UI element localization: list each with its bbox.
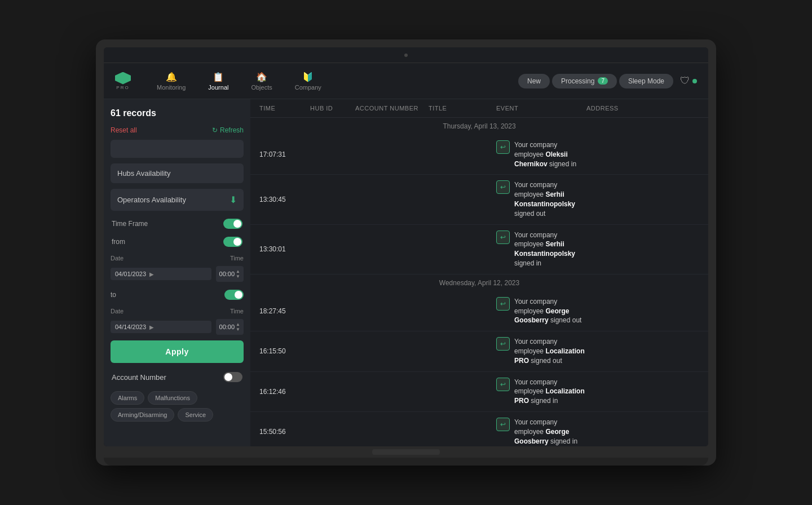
from-date-input[interactable]: 04/01/2023 ▶ — [111, 268, 211, 280]
filter-tags: Alarms Malfunctions Arming/Disarming Ser… — [111, 391, 244, 422]
nav-item-company[interactable]: 🔰 Company — [286, 68, 330, 94]
camera-dot — [404, 54, 408, 57]
operators-availability-section[interactable]: Operators Availability ⬇ — [111, 189, 244, 211]
table-header: Time Hub ID Account Number Title Event A… — [250, 99, 708, 118]
search-bar[interactable] — [111, 140, 244, 158]
refresh-label: Refresh — [220, 126, 244, 134]
sidebar: 61 records Reset all ↻ Refresh Hubs Avai… — [104, 99, 250, 446]
time-frame-toggle-row: Time Frame — [112, 216, 242, 231]
trackpad — [372, 449, 440, 455]
event-icon: ↩ — [496, 337, 510, 351]
sidebar-actions: Reset all ↻ Refresh — [111, 126, 244, 134]
row-event: ↩ Your company employee Localization PRO… — [496, 337, 586, 365]
to-time-input[interactable]: 00:00 ▲▼ — [216, 319, 244, 335]
filter-tag-malfunctions[interactable]: Malfunctions — [148, 391, 197, 405]
account-number-label: Account Number — [112, 373, 166, 382]
from-date-arrow: ▶ — [149, 271, 154, 277]
from-time-input[interactable]: 00:00 ▲▼ — [216, 266, 244, 282]
time-label-to: Time — [230, 308, 244, 314]
row-event: ↩ Your company employee Oleksii Cherniko… — [496, 140, 586, 169]
nav-item-objects[interactable]: 🏠 Objects — [242, 68, 281, 94]
row-event: ↩ Your company employee Localization PRO… — [496, 378, 586, 406]
hubs-availability-section[interactable]: Hubs Availability — [111, 163, 244, 183]
date-separator-1: Thursday, April 13, 2023 — [250, 118, 708, 135]
to-time-arrows: ▲▼ — [236, 322, 240, 332]
nav-center-buttons: New Processing 7 Sleep Mode — [518, 74, 673, 88]
row-event: ↩ Your company employee Serhii Konstanti… — [496, 180, 586, 218]
date-label-to: Date — [111, 308, 123, 314]
processing-button[interactable]: Processing 7 — [552, 74, 617, 88]
processing-label: Processing — [561, 77, 594, 85]
date-separator-2: Wednesday, April 12, 2023 — [250, 274, 708, 291]
th-time: Time — [259, 105, 310, 112]
table-row[interactable]: 15:50:56 ↩ Your company employee George … — [250, 412, 708, 446]
nav-item-company-label: Company — [295, 84, 321, 91]
to-date-input[interactable]: 04/14/2023 ▶ — [111, 321, 211, 333]
operators-availability-label: Operators Availability — [117, 196, 186, 204]
to-toggle-row: to — [111, 287, 244, 302]
event-icon: ↩ — [496, 418, 510, 431]
objects-icon: 🏠 — [256, 72, 267, 83]
account-number-toggle[interactable] — [223, 372, 242, 382]
online-status-dot — [692, 79, 697, 83]
to-date-row: 04/14/2023 ▶ 00:00 ▲▼ — [111, 319, 244, 335]
table-row[interactable]: 13:30:01 ↩ Your company employee Serhii … — [250, 225, 708, 274]
filter-tag-alarms[interactable]: Alarms — [111, 391, 144, 405]
event-icon: ↩ — [496, 140, 510, 154]
event-text: Your company employee Serhii Konstantino… — [514, 231, 586, 268]
to-time-value: 00:00 — [219, 324, 235, 330]
from-time-arrows: ▲▼ — [236, 269, 240, 279]
to-date-arrow: ▶ — [149, 324, 154, 330]
th-title: Title — [429, 105, 496, 112]
to-toggle[interactable] — [224, 290, 244, 300]
table-row[interactable]: 17:07:31 ↩ Your company employee Oleksii… — [250, 135, 708, 175]
row-time: 15:50:56 — [259, 428, 310, 436]
filter-tag-service[interactable]: Service — [178, 408, 213, 422]
new-button[interactable]: New — [518, 74, 550, 88]
filter-tag-arming[interactable]: Arming/Disarming — [111, 408, 174, 422]
to-date-value: 04/14/2023 — [115, 324, 146, 330]
records-count: 61 records — [111, 106, 244, 121]
nav-item-journal[interactable]: 📋 Journal — [199, 68, 237, 94]
event-text: Your company employee George Goosberry s… — [514, 418, 586, 446]
th-account: Account Number — [355, 105, 429, 112]
row-time: 13:30:45 — [259, 196, 310, 203]
refresh-button[interactable]: ↻ Refresh — [212, 126, 244, 134]
from-time-value: 00:00 — [219, 271, 235, 277]
nav-logo: PRO — [115, 72, 131, 90]
time-frame-section: Time Frame from — [111, 216, 244, 249]
table-row[interactable]: 16:12:46 ↩ Your company employee Localiz… — [250, 372, 708, 412]
row-time: 16:12:46 — [259, 388, 310, 396]
sleep-mode-button[interactable]: Sleep Mode — [619, 74, 673, 88]
date-time-to-section: Date Time 04/14/2023 ▶ 00:00 ▲▼ — [111, 308, 244, 335]
reset-all-button[interactable]: Reset all — [111, 126, 137, 134]
date-label-from: Date — [111, 255, 123, 262]
account-number-row: Account Number — [111, 369, 244, 386]
shield-icon: 🛡 — [680, 75, 690, 87]
company-icon: 🔰 — [302, 72, 314, 83]
logo-text: PRO — [116, 85, 129, 90]
nav-item-journal-label: Journal — [208, 84, 228, 91]
event-text: Your company employee Localization PRO s… — [514, 378, 586, 406]
nav-item-monitoring[interactable]: 🔔 Monitoring — [148, 68, 195, 94]
table-row[interactable]: 18:27:45 ↩ Your company employee George … — [250, 291, 708, 331]
event-icon: ↩ — [496, 180, 510, 194]
table-row[interactable]: 16:15:50 ↩ Your company employee Localiz… — [250, 331, 708, 371]
row-time: 13:30:01 — [259, 245, 310, 253]
apply-button[interactable]: Apply — [111, 340, 244, 363]
time-frame-label: Time Frame — [112, 220, 148, 228]
event-text: Your company employee Oleksii Chernikov … — [514, 140, 586, 169]
hubs-availability-label: Hubs Availability — [117, 169, 170, 178]
main-content: 61 records Reset all ↻ Refresh Hubs Avai… — [104, 99, 708, 446]
th-hubid: Hub ID — [310, 105, 355, 112]
from-toggle[interactable] — [223, 237, 242, 247]
table-row[interactable]: 13:30:45 ↩ Your company employee Serhii … — [250, 175, 708, 224]
date-time-from-section: Date Time 04/01/2023 ▶ 00:00 ▲▼ — [111, 255, 244, 282]
event-icon: ↩ — [496, 297, 510, 311]
logo-icon — [115, 72, 131, 85]
table-container: Time Hub ID Account Number Title Event A… — [250, 99, 708, 446]
journal-icon: 📋 — [213, 72, 224, 83]
time-frame-toggle[interactable] — [223, 219, 242, 229]
refresh-icon: ↻ — [212, 126, 218, 134]
laptop-bottom — [104, 458, 708, 466]
